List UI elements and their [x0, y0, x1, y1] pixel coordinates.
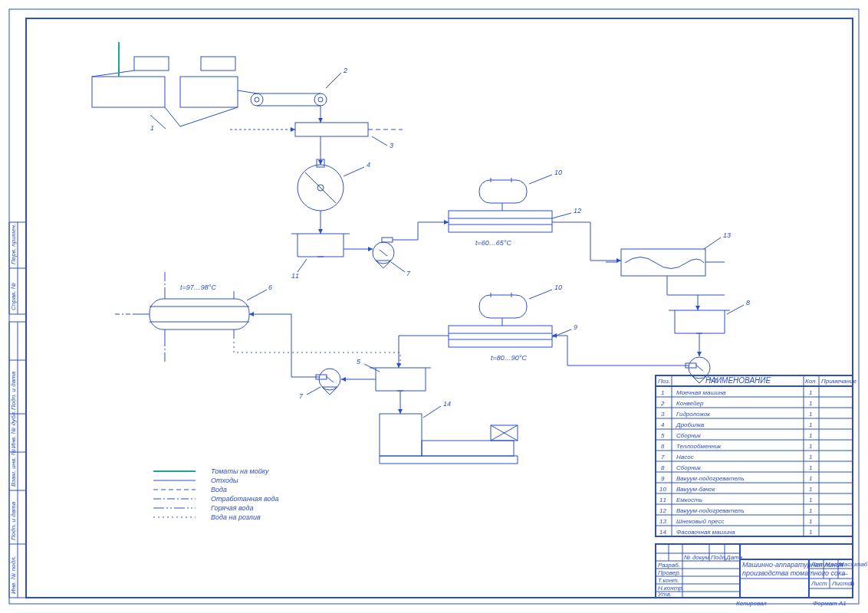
- pl-r13-pos: 14: [659, 529, 666, 536]
- svg-point-16: [255, 97, 259, 102]
- svg-rect-13: [201, 57, 235, 70]
- tb-role-2: Т.конт.: [658, 577, 679, 584]
- pl-r4-qty: 1: [809, 432, 812, 439]
- pl-r5-name: Теплообменник: [676, 443, 722, 450]
- callout-14: 14: [443, 400, 451, 408]
- tb-scale-l: Масштаб: [839, 561, 868, 568]
- pl-r3-qty: 1: [809, 421, 812, 428]
- pl-r7-pos: 8: [661, 464, 665, 471]
- parts-list: Поз. НАИМЕНОВАНИЕ Кол Примечание 1 Моечн…: [656, 375, 857, 536]
- title-block: Разраб. Провер. Т.конт. Н.контр. Утв. № …: [656, 544, 868, 598]
- station-14-filling: [380, 414, 518, 464]
- side-label-5: Справ. №: [10, 282, 17, 310]
- callout-4: 4: [367, 161, 370, 169]
- svg-point-15: [314, 93, 327, 106]
- pl-r12-pos: 13: [659, 518, 666, 525]
- station-13-screw-press: [606, 249, 725, 276]
- svg-rect-12: [134, 57, 169, 70]
- callout-5: 5: [357, 358, 361, 366]
- side-label-6: Перв. примен.: [10, 224, 17, 264]
- station-1-washing: [92, 42, 238, 126]
- pl-r2-qty: 1: [809, 411, 812, 418]
- station-7-pump-a: [344, 238, 394, 268]
- svg-rect-31: [382, 238, 393, 242]
- pl-r0-pos: 1: [661, 389, 664, 396]
- anno-t2: t=60…65°C: [475, 239, 511, 247]
- pl-r1-pos: 2: [660, 400, 665, 407]
- pl-r13-name: Фасовочная машина: [676, 529, 735, 536]
- pl-r6-name: Насос: [676, 454, 694, 461]
- station-2-conveyor: [238, 90, 327, 106]
- pl-r7-name: Сборник: [676, 464, 702, 471]
- svg-point-14: [251, 93, 263, 106]
- callout-3: 3: [390, 142, 393, 149]
- callout-12: 12: [574, 207, 581, 215]
- legend-3: Отработанная вода: [211, 495, 279, 503]
- legend-5: Вода на розлив: [211, 513, 261, 521]
- tb-stage: Лит.: [810, 561, 826, 568]
- pl-r10-name: Емкость: [676, 497, 702, 503]
- svg-rect-67: [380, 414, 422, 456]
- side-label-0: Инв. № подл.: [10, 556, 17, 594]
- callout-10b: 10: [554, 284, 562, 291]
- tb-role-4: Утв.: [657, 591, 672, 598]
- legend-1: Отходы: [211, 477, 238, 484]
- svg-line-18: [238, 90, 257, 93]
- tb-scale: —: [841, 570, 849, 577]
- svg-line-25: [305, 172, 336, 203]
- pl-r10-pos: 11: [659, 497, 666, 503]
- station-8-collector: [667, 276, 730, 333]
- pl-h-pos: Поз.: [658, 378, 670, 385]
- legend-0: Томаты на мойку: [211, 467, 269, 475]
- side-label-3: Инв. № дубл.: [10, 411, 17, 448]
- pl-h-name: НАИМЕНОВАНИЕ: [705, 376, 771, 385]
- pl-r2-name: Гидроложок: [676, 411, 711, 418]
- pl-r9-name: Вакуум-бачок: [676, 486, 716, 493]
- callout-11: 11: [291, 272, 299, 280]
- pl-r10-qty: 1: [809, 497, 812, 503]
- pl-r8-pos: 9: [661, 475, 665, 482]
- pl-h-note: Примечание: [821, 378, 857, 385]
- side-stamp: Инв. № подл. Подп. и дата Взам. инв. № И…: [9, 222, 26, 598]
- legend: Томаты на мойку Отходы Вода Отработанная…: [153, 467, 279, 521]
- pl-r0-qty: 1: [809, 389, 812, 396]
- legend-2: Вода: [211, 486, 227, 493]
- svg-rect-46: [449, 326, 552, 347]
- svg-rect-68: [422, 441, 514, 456]
- svg-rect-33: [449, 211, 552, 232]
- station-3-hydrochute: [230, 123, 403, 136]
- callout-7c: 7: [299, 392, 304, 400]
- pl-r9-pos: 10: [659, 486, 666, 493]
- pl-r12-qty: 1: [809, 518, 812, 525]
- tb-listval: 1: [850, 580, 853, 587]
- process-flow: 1 2 3 4: [92, 42, 750, 464]
- pl-r1-qty: 1: [809, 400, 812, 407]
- station-9-vacuum-heater: [449, 293, 552, 347]
- svg-rect-56: [150, 299, 249, 329]
- pl-r6-qty: 1: [809, 454, 812, 461]
- pl-r11-name: Вакуум-подогреватель: [676, 507, 744, 514]
- pl-r7-qty: 1: [809, 464, 812, 471]
- pl-r11-pos: 12: [659, 507, 666, 514]
- pl-r4-name: Сборник: [676, 432, 702, 439]
- svg-point-17: [318, 97, 323, 102]
- callout-10a: 10: [554, 169, 562, 176]
- side-label-1: Подп. и дата: [10, 501, 17, 540]
- svg-rect-10: [92, 77, 165, 107]
- svg-rect-40: [621, 249, 705, 276]
- svg-rect-49: [479, 295, 527, 318]
- callout-7a: 7: [406, 270, 411, 277]
- callout-13: 13: [723, 231, 731, 239]
- station-11-tank: [291, 211, 350, 257]
- legend-4: Горячая вода: [211, 504, 254, 512]
- callout-2: 2: [343, 67, 347, 74]
- callout-8: 8: [746, 299, 750, 306]
- tb-col-1: Подп.: [711, 554, 727, 561]
- station-12-vacuum-heater: [449, 178, 552, 232]
- pl-r8-qty: 1: [809, 475, 812, 482]
- tb-role-1: Провер.: [658, 569, 681, 576]
- tb-list: Лист: [810, 580, 827, 587]
- pl-r5-qty: 1: [809, 443, 812, 450]
- pl-h-qty: Кол: [805, 378, 816, 385]
- side-label-4: Подп. и дата: [10, 371, 17, 410]
